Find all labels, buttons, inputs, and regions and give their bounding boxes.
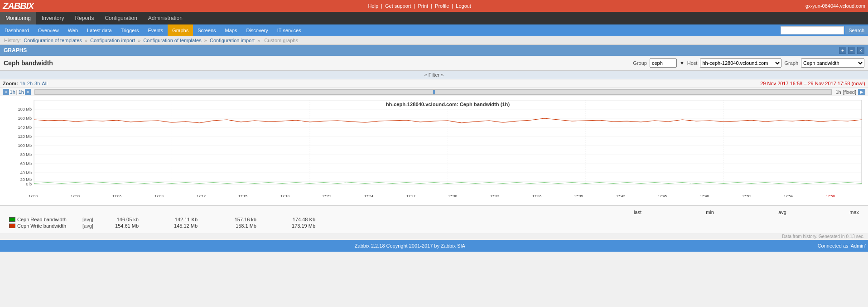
svg-text:140 Mb: 140 Mb bbox=[18, 125, 32, 130]
svg-text:60 Mb: 60 Mb bbox=[20, 161, 32, 166]
chart-area: 180 Mb 160 Mb 140 Mb 120 Mb 100 Mb 80 Mb… bbox=[0, 96, 868, 205]
section-controls: + − × bbox=[839, 47, 864, 54]
section-header: GRAPHS + − × bbox=[0, 45, 868, 56]
sub-graphs[interactable]: Graphs bbox=[168, 24, 193, 36]
nav-1h-right[interactable]: 1h bbox=[19, 89, 24, 95]
legend-max-2: 173.19 Mb bbox=[279, 223, 315, 229]
nav-arrows: « 1h | 1h » 1h [fixed] ▶ bbox=[0, 88, 868, 96]
zoom-label: Zoom: bbox=[3, 81, 18, 86]
nav-1h-left[interactable]: 1h bbox=[10, 89, 15, 95]
zoom-1h[interactable]: 1h bbox=[20, 81, 25, 86]
graph-title-row: Ceph bandwidth Group ▼ Host hh-ceph-1280… bbox=[0, 56, 868, 71]
host-label: Host bbox=[687, 60, 698, 66]
prev-far-button[interactable]: « bbox=[3, 89, 9, 95]
slider-handle[interactable] bbox=[433, 90, 435, 94]
x-label: 17:39 bbox=[574, 195, 588, 198]
nav-right: 1h [fixed] ▶ bbox=[835, 89, 865, 95]
svg-text:40 Mb: 40 Mb bbox=[20, 171, 32, 175]
sub-latest-data[interactable]: Latest data bbox=[82, 24, 116, 36]
sub-discovery[interactable]: Discovery bbox=[241, 24, 272, 36]
next-far-button[interactable]: » bbox=[25, 89, 31, 95]
legend-col-last: last bbox=[605, 210, 641, 215]
svg-text:180 Mb: 180 Mb bbox=[18, 107, 32, 112]
breadcrumb-item-1[interactable]: Configuration of templates bbox=[24, 38, 82, 43]
legend-vals-2: 154.61 Mb 145.12 Mb 158.1 Mb 173.19 Mb bbox=[102, 223, 315, 229]
top-links: Help | Get support | Print | Profile | L… bbox=[368, 3, 471, 9]
breadcrumb-prefix: History: bbox=[4, 38, 21, 43]
data-source: Data from history. Generated in 0.13 sec… bbox=[0, 233, 868, 240]
sub-web[interactable]: Web bbox=[63, 24, 82, 36]
legend-vals-1: 146.05 kb 142.11 Kb 157.16 kb 174.48 Kb bbox=[102, 217, 315, 222]
x-label: 17:51 bbox=[742, 195, 756, 198]
nav-left: « 1h | 1h » bbox=[3, 89, 31, 95]
nav-right-arrow[interactable]: ▶ bbox=[858, 89, 865, 95]
x-label: 17:12 bbox=[197, 195, 210, 198]
group-label: Group bbox=[633, 60, 647, 66]
nav-configuration[interactable]: Configuration bbox=[99, 12, 142, 24]
zoom-3h[interactable]: 3h bbox=[34, 81, 40, 86]
group-input[interactable] bbox=[650, 58, 677, 68]
legend-min-1: 142.11 Kb bbox=[161, 217, 198, 222]
nav-monitoring[interactable]: Monitoring bbox=[0, 12, 36, 24]
nav-inventory[interactable]: Inventory bbox=[36, 12, 69, 24]
close-section-button[interactable]: × bbox=[857, 47, 864, 54]
legend-type-1: [avg] bbox=[82, 217, 101, 222]
section-title: GRAPHS bbox=[4, 47, 27, 54]
nav-reports[interactable]: Reports bbox=[69, 12, 99, 24]
legend-row-1: Ceph Read bandwidth [avg] 146.05 kb 142.… bbox=[9, 217, 859, 222]
sub-overview[interactable]: Overview bbox=[34, 24, 63, 36]
zoom-2h[interactable]: 2h bbox=[27, 81, 33, 86]
help-link[interactable]: Help bbox=[368, 3, 378, 9]
sub-it-services[interactable]: IT services bbox=[273, 24, 306, 36]
profile-link[interactable]: Profile bbox=[435, 3, 449, 9]
x-label: 17:45 bbox=[658, 195, 671, 198]
print-link[interactable]: Print bbox=[418, 3, 429, 9]
graph-label: Graph bbox=[784, 60, 798, 66]
nav-administration[interactable]: Administration bbox=[143, 12, 188, 24]
breadcrumb-item-3[interactable]: Configuration of templates bbox=[143, 38, 201, 43]
graph-select[interactable]: Ceph bandwidth bbox=[801, 58, 864, 68]
host-select[interactable]: hh-ceph-128040.vclound.com bbox=[700, 58, 781, 68]
sub-events[interactable]: Events bbox=[143, 24, 168, 36]
zoom-all[interactable]: All bbox=[42, 81, 47, 86]
search-input[interactable] bbox=[781, 26, 844, 34]
sub-dashboard[interactable]: Dashboard bbox=[0, 24, 34, 36]
search-button[interactable]: Search bbox=[845, 26, 868, 34]
sub-triggers[interactable]: Triggers bbox=[116, 24, 144, 36]
legend-col-max: max bbox=[823, 210, 859, 215]
legend-min-2: 145.12 Mb bbox=[161, 223, 198, 229]
main-nav: Monitoring Inventory Reports Configurati… bbox=[0, 12, 868, 24]
svg-text:80 Mb: 80 Mb bbox=[20, 152, 32, 157]
nav-type: [fixed] bbox=[843, 89, 856, 95]
expand-button[interactable]: + bbox=[839, 47, 846, 54]
filter-bar[interactable]: « Filter » bbox=[0, 71, 868, 79]
svg-text:120 Mb: 120 Mb bbox=[18, 134, 32, 139]
legend: last min avg max Ceph Read bandwidth [av… bbox=[0, 205, 868, 233]
svg-text:hh-ceph-128040.vclound.com: Ce: hh-ceph-128040.vclound.com: Ceph bandwid… bbox=[386, 102, 510, 107]
breadcrumb: History: Configuration of templates » Co… bbox=[0, 36, 868, 45]
collapse-button[interactable]: − bbox=[848, 47, 855, 54]
svg-text:20 Mb: 20 Mb bbox=[20, 177, 32, 182]
footer-copyright: Zabbix 2.2.18 Copyright 2001-2017 by Zab… bbox=[355, 242, 465, 249]
x-label: 17:09 bbox=[154, 195, 168, 198]
legend-header: last min avg max bbox=[9, 210, 859, 215]
breadcrumb-item-4[interactable]: Configuration import bbox=[210, 38, 255, 43]
legend-row-2: Ceph Write bandwidth [avg] 154.61 Mb 145… bbox=[9, 223, 859, 229]
server-name: gx-yun-084044.vcloud.com bbox=[805, 3, 865, 9]
sub-screens[interactable]: Screens bbox=[193, 24, 220, 36]
graph-controls: Group ▼ Host hh-ceph-128040.vclound.com … bbox=[633, 58, 864, 68]
get-support-link[interactable]: Get support bbox=[385, 3, 411, 9]
svg-text:0 b: 0 b bbox=[26, 182, 32, 186]
breadcrumb-item-2[interactable]: Configuration import bbox=[90, 38, 135, 43]
slider-container[interactable] bbox=[34, 89, 832, 95]
legend-color-2 bbox=[9, 224, 15, 228]
x-label: 17:15 bbox=[238, 195, 252, 198]
x-label: 17:00 bbox=[29, 195, 42, 198]
legend-col-avg: avg bbox=[750, 210, 786, 215]
sub-maps[interactable]: Maps bbox=[221, 24, 242, 36]
zoom-left: Zoom: 1h 2h 3h All bbox=[3, 81, 48, 86]
x-label: 17:42 bbox=[616, 195, 630, 198]
logout-link[interactable]: Logout bbox=[456, 3, 471, 9]
x-label: 17:48 bbox=[700, 195, 714, 198]
graph-title: Ceph bandwidth bbox=[4, 59, 53, 67]
